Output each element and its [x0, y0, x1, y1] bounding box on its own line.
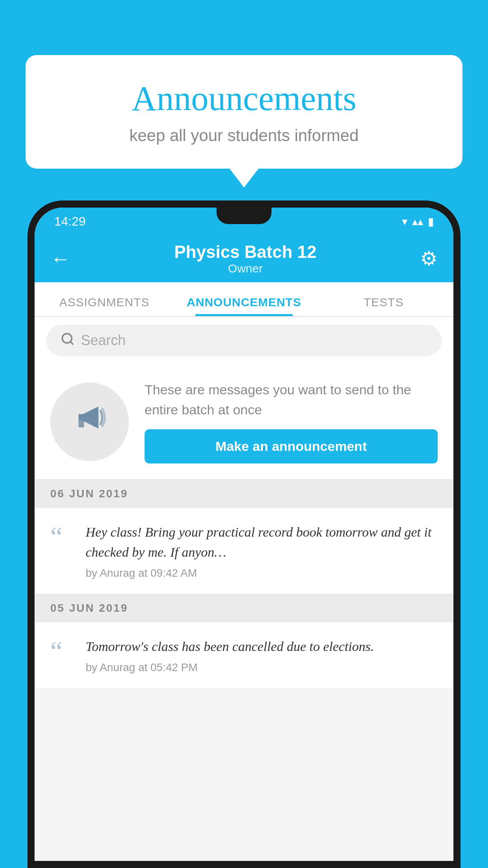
status-icons: ▾ ▴▴ ▮: [402, 215, 434, 228]
status-bar: 14:29 ▾ ▴▴ ▮: [35, 208, 453, 235]
speech-bubble-subtitle: keep all your students informed: [57, 126, 431, 145]
speech-bubble-title: Announcements: [57, 79, 431, 118]
tab-announcements[interactable]: ANNOUNCEMENTS: [174, 296, 314, 316]
tab-assignments[interactable]: ASSIGNMENTS: [35, 296, 174, 316]
announcement-meta-2: by Anurag at 05:42 PM: [86, 661, 438, 674]
search-container: Search: [35, 317, 453, 364]
announcement-content-1: Hey class! Bring your practical record b…: [86, 522, 438, 579]
announcement-area: These are messages you want to send to t…: [35, 364, 453, 480]
svg-line-1: [70, 341, 73, 344]
megaphone-circle: [50, 383, 129, 461]
make-announcement-button[interactable]: Make an announcement: [145, 429, 438, 463]
status-time: 14:29: [54, 214, 86, 229]
announcement-item-1[interactable]: “ Hey class! Bring your practical record…: [35, 508, 453, 594]
announcement-message-1: Hey class! Bring your practical record b…: [86, 522, 438, 562]
phone-frame: 14:29 ▾ ▴▴ ▮ ← Physics Batch 12 Owner ⚙ …: [28, 200, 460, 868]
search-placeholder: Search: [81, 332, 126, 349]
signal-icon: ▴▴: [412, 215, 423, 228]
search-bar[interactable]: Search: [46, 325, 442, 356]
header-subtitle: Owner: [174, 262, 317, 275]
speech-bubble-container: Announcements keep all your students inf…: [26, 55, 462, 169]
svg-rect-2: [79, 421, 84, 427]
phone-inner: 14:29 ▾ ▴▴ ▮ ← Physics Batch 12 Owner ⚙ …: [35, 208, 453, 861]
announcement-meta-1: by Anurag at 09:42 AM: [86, 567, 438, 579]
announcement-item-2[interactable]: “ Tomorrow's class has been cancelled du…: [35, 622, 453, 688]
phone-notch: [216, 208, 272, 224]
announcement-message-2: Tomorrow's class has been cancelled due …: [86, 636, 438, 657]
app-header: ← Physics Batch 12 Owner ⚙: [35, 235, 453, 282]
header-title: Physics Batch 12: [174, 242, 317, 262]
settings-icon[interactable]: ⚙: [420, 247, 438, 270]
tabs: ASSIGNMENTS ANNOUNCEMENTS TESTS: [35, 282, 453, 317]
speech-bubble: Announcements keep all your students inf…: [26, 55, 462, 169]
search-icon: [61, 332, 75, 349]
wifi-icon: ▾: [402, 215, 407, 228]
date-separator-2: 05 JUN 2019: [35, 594, 453, 622]
quote-icon-1: “: [50, 526, 74, 548]
date-separator-1: 06 JUN 2019: [35, 480, 453, 508]
back-button[interactable]: ←: [50, 247, 71, 270]
empty-state-description: These are messages you want to send to t…: [145, 380, 438, 420]
header-center: Physics Batch 12 Owner: [174, 242, 317, 275]
tab-tests[interactable]: TESTS: [314, 296, 453, 316]
megaphone-icon: [72, 400, 107, 443]
announcement-right: These are messages you want to send to t…: [145, 380, 438, 463]
quote-icon-2: “: [50, 640, 74, 662]
battery-icon: ▮: [428, 215, 434, 228]
announcement-content-2: Tomorrow's class has been cancelled due …: [86, 636, 438, 674]
